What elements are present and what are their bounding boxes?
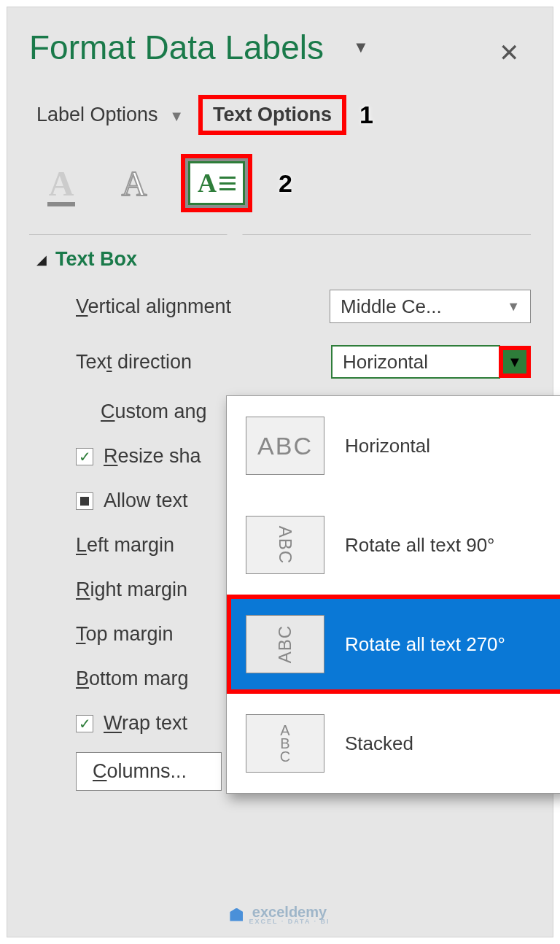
dropdown-option-stacked[interactable]: ABC Stacked <box>227 694 560 793</box>
bottom-margin-label: Bottom marg <box>76 668 189 690</box>
vertical-alignment-label: Vertical alignment <box>76 295 231 318</box>
dropdown-option-rotate-90[interactable]: ABC Rotate all text 90° <box>227 495 560 595</box>
stacked-preview-icon: ABC <box>246 714 324 773</box>
resize-shape-label: Resize sha <box>104 445 201 468</box>
dropdown-option-label: Horizontal <box>345 435 430 457</box>
format-data-labels-panel: Format Data Labels ▼ ✕ Label Options ▼ T… <box>7 7 553 937</box>
dropdown-option-horizontal[interactable]: ABC Horizontal <box>227 396 560 495</box>
section-title: Text Box <box>55 248 137 271</box>
cube-icon <box>230 908 243 921</box>
text-fill-outline-icon[interactable]: A <box>35 161 88 205</box>
close-icon[interactable]: ✕ <box>499 38 519 67</box>
rotate-270-preview-icon: ABC <box>246 615 324 673</box>
text-direction-row: Text direction Horizontal ▼ <box>76 345 531 379</box>
text-direction-select[interactable]: Horizontal <box>331 345 500 379</box>
section-header[interactable]: ◢ Text Box <box>29 248 531 271</box>
letter-a-icon: A <box>198 168 217 198</box>
tab-text-options-text: Text Options <box>213 104 332 125</box>
right-margin-label: Right margin <box>76 579 187 601</box>
watermark-tagline: EXCEL · DATA · BI <box>249 918 330 925</box>
resize-shape-checkbox[interactable]: ✓ <box>76 448 93 465</box>
tab-label-options[interactable]: Label Options ▼ <box>29 99 191 131</box>
horizontal-preview-icon: ABC <box>246 417 324 475</box>
tab-row: Label Options ▼ Text Options 1 <box>29 95 531 135</box>
letter-a-underline-icon: A <box>49 163 74 204</box>
step-badge-1: 1 <box>359 101 373 129</box>
custom-angle-label: Custom ang <box>101 401 207 423</box>
vertical-alignment-select[interactable]: Middle Ce... ▼ <box>330 290 531 323</box>
vertical-alignment-row: Vertical alignment Middle Ce... ▼ <box>76 290 531 323</box>
chevron-down-icon: ▼ <box>169 108 184 124</box>
section-divider <box>29 234 531 235</box>
dropdown-option-rotate-270[interactable]: ABC Rotate all text 270° <box>227 595 560 694</box>
top-margin-label: Top margin <box>76 623 174 646</box>
text-direction-dropdown-popup: ABC Horizontal ABC Rotate all text 90° 3… <box>226 395 560 794</box>
text-direction-dropdown-button[interactable]: ▼ <box>499 346 531 378</box>
dropdown-option-label: Stacked <box>345 732 413 755</box>
dropdown-option-label: Rotate all text 270° <box>345 633 505 656</box>
step-badge-2: 2 <box>279 169 292 198</box>
panel-title-dropdown-icon[interactable]: ▼ <box>353 38 369 57</box>
collapse-icon: ◢ <box>36 252 47 268</box>
textbox-icon: A <box>188 161 245 205</box>
tab-text-options[interactable]: Text Options <box>198 95 346 135</box>
chevron-down-icon: ▼ <box>507 299 520 314</box>
watermark: exceldemy EXCEL · DATA · BI <box>7 904 553 925</box>
tab-label-options-text: Label Options <box>36 104 158 125</box>
rotate-90-preview-icon: ABC <box>246 516 324 574</box>
panel-title: Format Data Labels <box>29 28 324 67</box>
textbox-icon-selected[interactable]: A <box>181 154 252 212</box>
wrap-text-label: Wrap text <box>104 712 187 735</box>
dropdown-option-label: Rotate all text 90° <box>345 534 495 557</box>
allow-text-label: Allow text <box>104 490 188 512</box>
text-lines-icon <box>219 177 236 190</box>
text-direction-value: Horizontal <box>343 351 428 374</box>
vertical-alignment-value: Middle Ce... <box>341 295 442 318</box>
text-option-icons-row: A A A 2 <box>29 154 531 212</box>
wrap-text-checkbox[interactable]: ✓ <box>76 715 93 732</box>
left-margin-label: Left margin <box>76 534 174 557</box>
columns-button[interactable]: Columns... <box>76 752 222 791</box>
text-direction-label: Text direction <box>76 351 192 374</box>
text-effects-icon[interactable]: A <box>108 161 160 205</box>
allow-text-checkbox[interactable] <box>76 492 93 510</box>
panel-title-row: Format Data Labels ▼ <box>29 28 531 67</box>
letter-a-outline-icon: A <box>122 163 147 204</box>
